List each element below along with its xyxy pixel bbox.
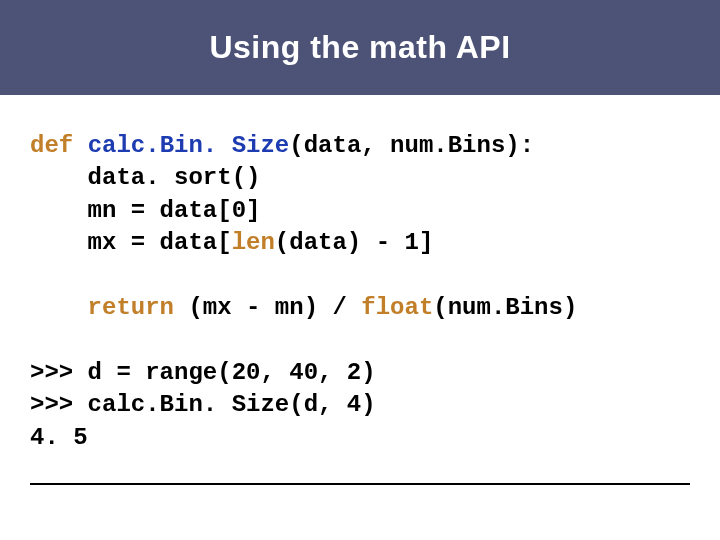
code-text: (data, num.Bins): [289,132,534,159]
keyword-return: return [88,294,174,321]
code-indent [30,294,88,321]
function-name: calc.Bin. Size [88,132,290,159]
keyword-def: def [30,132,73,159]
keyword-len: len [232,229,275,256]
code-block: def calc.Bin. Size(data, num.Bins): data… [30,130,690,454]
code-line: data. sort() [30,164,260,191]
code-text: (mx - mn) / [174,294,361,321]
slide-title-bar: Using the math API [0,0,720,95]
slide-title: Using the math API [209,29,510,66]
slide-content: def calc.Bin. Size(data, num.Bins): data… [0,95,720,454]
code-text: (num.Bins) [433,294,577,321]
code-text: (data) - 1] [275,229,433,256]
code-line: >>> calc.Bin. Size(d, 4) [30,391,376,418]
footer-divider [30,483,690,485]
code-line: 4. 5 [30,424,88,451]
code-line: >>> d = range(20, 40, 2) [30,359,376,386]
code-text: mx = data[ [30,229,232,256]
keyword-float: float [361,294,433,321]
code-line: mn = data[0] [30,197,260,224]
